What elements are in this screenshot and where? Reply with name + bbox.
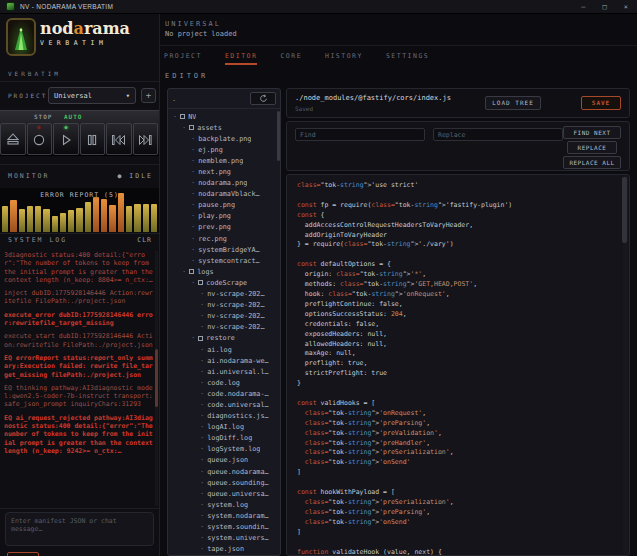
tree-folder[interactable]: ·codeScrape — [168, 277, 276, 288]
tab-core[interactable]: CORE — [280, 46, 302, 65]
tree-file[interactable]: ·ej.png — [168, 144, 276, 155]
log-entry: inject dubID:1775928146446 Action:rewrit… — [4, 289, 153, 306]
status-dot-icon: ● — [118, 172, 124, 180]
record-button[interactable] — [27, 123, 53, 155]
tree-file[interactable]: ·play.png — [168, 211, 276, 222]
project-label: PROJECT — [8, 92, 47, 99]
tree-folder[interactable]: ·logs — [168, 266, 276, 277]
eject-icon — [5, 131, 21, 147]
save-status: Saved — [295, 105, 313, 112]
tab-history[interactable]: HISTORY — [325, 46, 363, 65]
tab-editor[interactable]: EDITOR — [225, 46, 257, 65]
tab-settings[interactable]: SETTINGS — [386, 46, 429, 65]
tree-file[interactable]: ·systemcontract… — [168, 255, 276, 266]
error-report-bars — [0, 188, 159, 232]
code-editor-panel[interactable]: class="tok-string">'use strict' const fp… — [286, 174, 630, 556]
tab-project[interactable]: PROJECT — [164, 46, 202, 65]
pause-button[interactable] — [80, 123, 106, 155]
tree-file[interactable]: ·prev.png — [168, 222, 276, 233]
next-button[interactable] — [133, 123, 159, 155]
code-line — [297, 191, 617, 201]
tree-bullet-icon: · — [200, 456, 204, 464]
tree-file[interactable]: ·systemBridgeYA… — [168, 244, 276, 255]
replace-button[interactable]: REPLACE — [567, 141, 617, 154]
tree-file[interactable]: ·logDiff.log — [168, 433, 276, 444]
code-line: optionsSuccessStatus: 204, — [297, 310, 617, 320]
tree-file[interactable]: ·nv-scrape-202… — [168, 322, 276, 333]
tree-item-label: ai.nodarama-we… — [207, 357, 268, 365]
chat-box — [5, 512, 154, 546]
tree-file[interactable]: ·backplate.png — [168, 133, 276, 144]
load-tree-button[interactable]: LOAD TREE — [485, 96, 541, 110]
eject-button[interactable] — [0, 123, 26, 155]
tree-file[interactable]: ·nv-scrape-202… — [168, 289, 276, 300]
scrollbar-thumb[interactable] — [155, 349, 158, 407]
tree-file[interactable]: ·nodarama.png — [168, 178, 276, 189]
tree-file[interactable]: ·ai.universal.l… — [168, 366, 276, 377]
maximize-button[interactable]: □ — [603, 0, 607, 14]
code-line — [297, 478, 617, 488]
find-input[interactable] — [295, 128, 425, 141]
minimize-button[interactable]: – — [581, 0, 585, 14]
scrollbar-thumb[interactable] — [622, 177, 627, 243]
tree-file[interactable]: ·nemblem.png — [168, 155, 276, 166]
tab-bar: PROJECTEDITORCOREHISTORYSETTINGS — [160, 45, 637, 65]
tree-file[interactable]: ·tape.json — [168, 544, 276, 555]
tree-file[interactable]: ·system.log — [168, 499, 276, 510]
tree-folder[interactable]: ·NV — [168, 111, 276, 122]
previous-button[interactable] — [106, 123, 132, 155]
code-line: class="tok-string">'onRequest', — [297, 409, 617, 419]
tree-file[interactable]: ·pause.png — [168, 200, 276, 211]
tree-file[interactable]: ·diagnostics.js… — [168, 411, 276, 422]
play-button[interactable] — [53, 123, 79, 155]
tree-file[interactable]: ·ai.log — [168, 344, 276, 355]
code-line: maxAge: null, — [297, 349, 617, 359]
manifest-chat-input[interactable] — [5, 512, 154, 546]
tree-file[interactable]: ·nv-scrape-202… — [168, 311, 276, 322]
code-content[interactable]: class="tok-string">'use strict' const fp… — [297, 181, 617, 556]
tree-file[interactable]: ·next.png — [168, 166, 276, 177]
tree-file[interactable]: ·logAI.log — [168, 422, 276, 433]
find-next-button[interactable]: FIND NEXT — [563, 126, 621, 139]
code-line: addAccessControlRequestHeadersToVaryHead… — [297, 221, 617, 231]
tree-file[interactable]: ·queue.json — [168, 455, 276, 466]
refresh-tree-button[interactable] — [250, 92, 276, 105]
tree-file[interactable]: ·nv-scrape-202… — [168, 300, 276, 311]
replace-all-button[interactable]: REPLACE ALL — [563, 156, 621, 169]
transport-panel: STOP AUTO — [0, 110, 159, 156]
tree-file[interactable]: ·code.nodarama-… — [168, 388, 276, 399]
code-scrollbar[interactable] — [623, 176, 628, 554]
tree-file[interactable]: ·rec.png — [168, 233, 276, 244]
tree-bullet-icon: · — [200, 434, 204, 442]
tree-file[interactable]: ·system.nodaram… — [168, 510, 276, 521]
system-log-scrollbar[interactable] — [155, 251, 158, 506]
stop-label: STOP — [34, 113, 52, 120]
chart-bar — [27, 206, 33, 232]
tree-file[interactable]: ·queue.universa… — [168, 488, 276, 499]
chart-bar — [35, 206, 41, 232]
close-button[interactable]: × — [624, 0, 628, 14]
add-project-button[interactable]: + — [141, 88, 156, 103]
tree-file[interactable]: ·system.univers… — [168, 533, 276, 544]
tree-file[interactable]: ·queue.nodarama… — [168, 466, 276, 477]
tree-bullet-icon: · — [182, 124, 186, 132]
tree-file[interactable]: ·logSystem.log — [168, 444, 276, 455]
tree-item-label: nv-scrape-202… — [207, 290, 264, 298]
project-select[interactable]: Universal ▾ — [48, 87, 136, 104]
tree-file[interactable]: ·code.universal… — [168, 399, 276, 410]
code-line: hook: class="tok-string">'onRequest', — [297, 290, 617, 300]
tree-file[interactable]: ·system.soundin… — [168, 521, 276, 532]
tree-file[interactable]: ·code.log — [168, 377, 276, 388]
replace-input[interactable] — [433, 128, 563, 141]
send-button[interactable]: SEND — [7, 552, 39, 556]
tree-scrollbar[interactable] — [277, 111, 280, 161]
tree-folder[interactable]: ·restore — [168, 333, 276, 344]
tree-folder[interactable]: ·assets — [168, 122, 276, 133]
tree-file[interactable]: ·nodaramaVblack… — [168, 189, 276, 200]
monitor-label: MONITOR — [8, 172, 49, 180]
tree-file[interactable]: ·queue.sounding… — [168, 477, 276, 488]
code-line: origin: class="tok-string">'*', — [297, 270, 617, 280]
clear-log-button[interactable]: CLR — [137, 236, 152, 244]
tree-file[interactable]: ·ai.nodarama-we… — [168, 355, 276, 366]
save-button[interactable]: SAVE — [581, 96, 621, 110]
